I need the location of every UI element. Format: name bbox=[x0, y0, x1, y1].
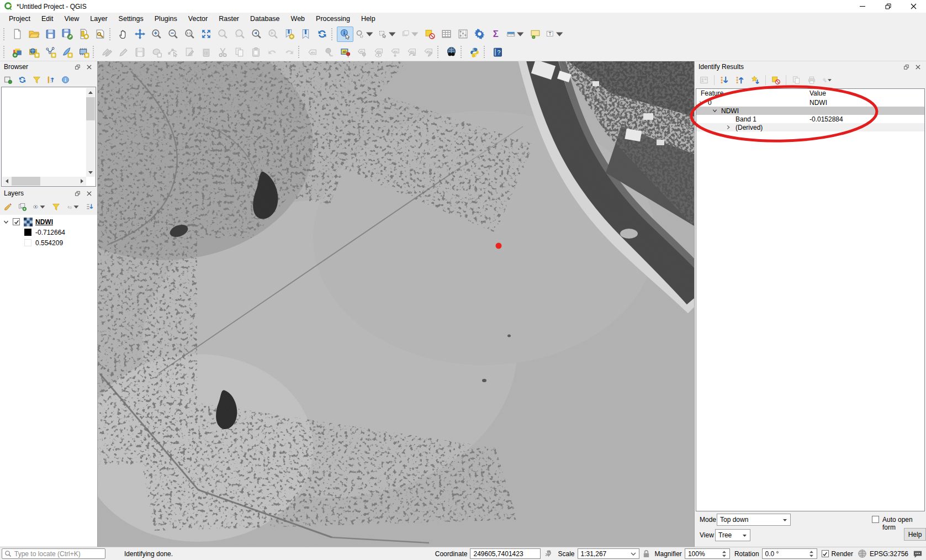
scroll-right-arrow[interactable] bbox=[77, 177, 86, 186]
new-spatialite-layer-button[interactable] bbox=[59, 44, 75, 60]
undo-button[interactable] bbox=[264, 44, 281, 60]
move-label-button[interactable]: abc bbox=[387, 44, 403, 60]
mode-select[interactable]: Top down bbox=[717, 514, 791, 526]
new-bookmark-button[interactable] bbox=[281, 27, 297, 42]
auto-open-form-checkbox[interactable] bbox=[872, 516, 879, 523]
identify-float-button[interactable] bbox=[902, 63, 910, 71]
current-edits-button[interactable] bbox=[98, 44, 115, 60]
browser-close-button[interactable] bbox=[85, 63, 93, 71]
scroll-left-arrow[interactable] bbox=[2, 177, 11, 186]
menu-help[interactable]: Help bbox=[356, 13, 381, 24]
column-header-feature[interactable]: Feature bbox=[701, 89, 723, 97]
messages-icon[interactable] bbox=[913, 550, 923, 558]
column-header-value[interactable]: Value bbox=[809, 89, 826, 97]
spinner-arrows-icon[interactable] bbox=[722, 550, 727, 558]
menu-settings[interactable]: Settings bbox=[113, 13, 149, 24]
form-view-button[interactable] bbox=[697, 73, 711, 87]
expand-tree-button[interactable] bbox=[717, 73, 732, 87]
filter-legend-button[interactable] bbox=[50, 200, 62, 213]
locate-input[interactable] bbox=[2, 548, 105, 559]
scroll-thumb[interactable] bbox=[86, 97, 95, 120]
manage-map-themes-button[interactable] bbox=[30, 200, 48, 213]
chevron-down-icon[interactable] bbox=[3, 219, 9, 225]
map-canvas[interactable] bbox=[98, 61, 694, 547]
map-tips-button[interactable] bbox=[527, 27, 543, 42]
scroll-down-arrow[interactable] bbox=[86, 168, 95, 177]
select-features-button[interactable] bbox=[376, 27, 399, 42]
zoom-full-button[interactable] bbox=[198, 27, 214, 42]
close-button[interactable] bbox=[901, 0, 926, 13]
redo-button[interactable] bbox=[281, 44, 297, 60]
show-bookmarks-button[interactable] bbox=[297, 27, 314, 42]
view-select[interactable]: Tree bbox=[715, 529, 750, 541]
lock-scale-icon[interactable] bbox=[642, 549, 650, 558]
change-label-button[interactable]: abc bbox=[420, 44, 436, 60]
collapse-tree-button[interactable] bbox=[733, 73, 747, 87]
new-print-layout-button[interactable] bbox=[75, 27, 92, 42]
collapse-all-button[interactable] bbox=[45, 73, 57, 86]
scroll-up-arrow[interactable] bbox=[86, 88, 95, 97]
layer-visibility-checkbox[interactable] bbox=[13, 218, 20, 225]
layers-float-button[interactable] bbox=[73, 189, 81, 198]
extent-tracking-icon[interactable] bbox=[543, 549, 553, 559]
pan-to-selection-button[interactable] bbox=[131, 27, 148, 42]
pin-unpin-labels-button[interactable]: ab bbox=[353, 44, 370, 60]
identify-close-button[interactable] bbox=[914, 63, 922, 71]
identify-row-feature0[interactable]: 0 NDWI bbox=[696, 98, 924, 107]
processing-toolbox-button[interactable] bbox=[471, 27, 488, 42]
browser-float-button[interactable] bbox=[73, 63, 81, 71]
new-shapefile-layer-button[interactable] bbox=[42, 44, 59, 60]
open-project-button[interactable] bbox=[25, 27, 42, 42]
menu-raster[interactable]: Raster bbox=[213, 13, 245, 24]
label-pin-button[interactable] bbox=[320, 44, 337, 60]
expand-new-results-button[interactable] bbox=[748, 73, 763, 87]
identify-row-band1[interactable]: Band 1 -0.0152884 bbox=[696, 115, 924, 123]
run-feature-action-button[interactable] bbox=[353, 27, 376, 42]
rotation-spinbox[interactable]: 0.0 ° bbox=[762, 548, 817, 559]
python-console-button[interactable] bbox=[466, 44, 483, 60]
minimize-button[interactable] bbox=[850, 0, 875, 13]
rotate-label-button[interactable]: abc bbox=[403, 44, 420, 60]
scroll-thumb[interactable] bbox=[12, 177, 40, 186]
scale-combobox[interactable]: 1:31,267 bbox=[578, 548, 639, 559]
filter-by-expression-button[interactable]: ε bbox=[64, 200, 82, 213]
add-selected-layers-button[interactable] bbox=[2, 73, 14, 86]
save-project-button[interactable] bbox=[42, 27, 59, 42]
menu-edit[interactable]: Edit bbox=[36, 13, 59, 24]
expand-collapse-all-button[interactable] bbox=[83, 200, 96, 213]
identify-row-derived[interactable]: (Derived) bbox=[696, 123, 924, 131]
delete-selected-button[interactable] bbox=[198, 44, 214, 60]
cut-features-button[interactable] bbox=[214, 44, 231, 60]
refresh-button[interactable] bbox=[314, 27, 330, 42]
menu-layer[interactable]: Layer bbox=[84, 13, 113, 24]
menu-processing[interactable]: Processing bbox=[310, 13, 356, 24]
refresh-browser-button[interactable] bbox=[16, 73, 29, 86]
help-button[interactable]: Help bbox=[904, 528, 926, 541]
add-feature-button[interactable] bbox=[148, 44, 165, 60]
browser-tree[interactable] bbox=[1, 87, 96, 187]
menu-view[interactable]: View bbox=[59, 13, 84, 24]
chevron-down-icon[interactable] bbox=[712, 108, 717, 113]
identify-features-button[interactable] bbox=[337, 27, 353, 42]
data-source-manager-button[interactable] bbox=[9, 44, 25, 60]
zoom-out-button[interactable] bbox=[165, 27, 181, 42]
render-checkbox[interactable] bbox=[822, 550, 829, 557]
menu-project[interactable]: Project bbox=[3, 13, 36, 24]
new-geopackage-layer-button[interactable] bbox=[25, 44, 42, 60]
identify-mode-button[interactable] bbox=[820, 73, 834, 87]
zoom-next-button[interactable] bbox=[264, 27, 281, 42]
layers-close-button[interactable] bbox=[85, 189, 93, 198]
layer-styling-button[interactable] bbox=[2, 200, 14, 213]
browser-vscrollbar[interactable] bbox=[86, 88, 95, 177]
layer-row-ndwi[interactable]: NDWI bbox=[0, 216, 97, 227]
select-by-form-button[interactable] bbox=[399, 27, 421, 42]
zoom-to-selection-button[interactable] bbox=[214, 27, 231, 42]
save-layer-edits-button[interactable] bbox=[131, 44, 148, 60]
chevron-down-icon[interactable] bbox=[699, 100, 704, 105]
menu-vector[interactable]: Vector bbox=[183, 13, 213, 24]
zoom-in-button[interactable] bbox=[148, 27, 165, 42]
clear-results-button[interactable] bbox=[769, 73, 783, 87]
zoom-native-button[interactable]: 1:1 bbox=[181, 27, 198, 42]
spinner-arrows-icon[interactable] bbox=[809, 550, 814, 558]
highlight-pinned-labels-button[interactable]: ab bbox=[337, 44, 353, 60]
